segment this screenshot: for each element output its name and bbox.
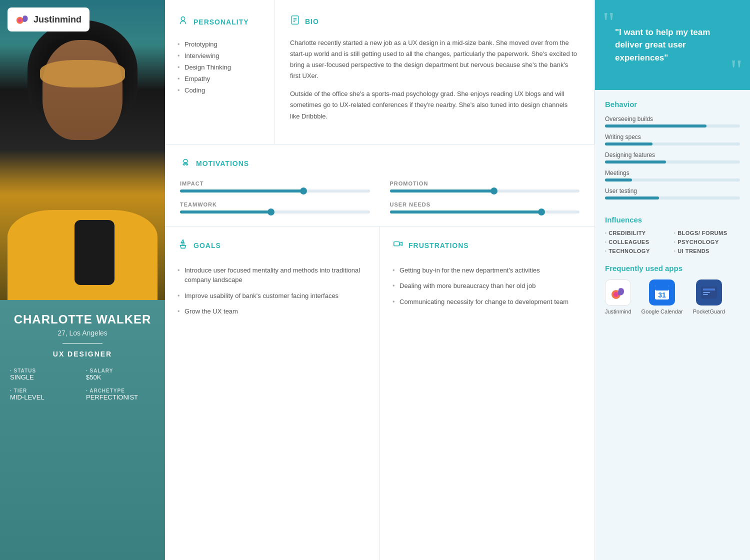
- motivation-teamwork-track: [180, 210, 370, 214]
- motivation-impact-track: [180, 190, 370, 192]
- left-panel-info: CHARLOTTE WALKER 27, Los Angeles UX DESI…: [0, 300, 165, 560]
- stat-status-value: SINGLE: [10, 374, 79, 381]
- justinmind-logo-icon: [16, 12, 30, 26]
- motivation-promotion-track: [390, 190, 580, 192]
- person-age-location: 27, Los Angeles: [10, 329, 155, 337]
- behavior-designing-track: [605, 160, 740, 164]
- app-pocketguard-name: PocketGuard: [693, 308, 725, 314]
- motivation-teamwork-dot: [268, 208, 274, 216]
- behavior-writing-track: [605, 142, 740, 146]
- personality-icon: [178, 15, 188, 28]
- frustrations-icon: [392, 239, 404, 252]
- behavior-overseeing-label: Overseeing builds: [605, 116, 740, 122]
- person-name: CHARLOTTE WALKER: [10, 312, 155, 326]
- svg-text:31: 31: [658, 291, 666, 299]
- motivation-impact: IMPACT: [180, 180, 370, 192]
- motivations-title: Motivations: [196, 160, 249, 168]
- trait-item: Coding: [178, 84, 262, 96]
- app-google-calendar-icon: 31: [649, 280, 675, 306]
- behavior-overseeing-fill: [605, 124, 706, 128]
- stat-tier-label: · TIER: [10, 388, 79, 394]
- bio-para-1: Charlotte recently started a new job as …: [290, 38, 579, 82]
- motivations-icon: [180, 157, 191, 170]
- motivation-user-needs-dot: [538, 208, 545, 216]
- right-content: Behavior Overseeing builds Writing specs…: [595, 90, 750, 560]
- svg-point-10: [614, 292, 618, 297]
- trait-item: Empathy: [178, 73, 262, 84]
- influence-colleagues: COLLEAGUES: [605, 239, 671, 245]
- behavior-user-testing-label: User testing: [605, 188, 740, 194]
- svg-rect-8: [394, 242, 400, 246]
- frustration-item-3: Communicating necessity for change to de…: [392, 294, 582, 310]
- app-google-calendar-name: Google Calendar: [642, 308, 683, 314]
- goal-item-2: Improve usability of bank's customer fac…: [178, 288, 367, 304]
- stat-status-label: · STATUS: [10, 368, 79, 374]
- influences-section: Influences CREDIBILITY BLOGS/ FORUMS COL…: [605, 216, 740, 254]
- stat-salary-label: · SALARY: [86, 368, 155, 374]
- quote-mark-left: ": [602, 8, 615, 38]
- app-google-calendar: 31 Google Calendar: [642, 280, 683, 314]
- svg-rect-16: [703, 292, 710, 293]
- motivation-promotion: PROMOTION: [390, 180, 580, 192]
- apps-title: Frequently used apps: [605, 264, 740, 272]
- behavior-overseeing-track: [605, 124, 740, 128]
- svg-point-2: [181, 17, 184, 20]
- goals-header: Goals: [178, 239, 367, 252]
- top-section: PERSONALITY Prototyping Interviewing Des…: [165, 0, 594, 144]
- behavior-overseeing: Overseeing builds: [605, 116, 740, 128]
- stat-salary-value: $50K: [86, 374, 155, 381]
- right-panel: " "I want to help my team deliver great …: [595, 0, 750, 560]
- behavior-user-testing-fill: [605, 196, 659, 200]
- motivation-teamwork-fill: [180, 210, 271, 214]
- goals-title: Goals: [194, 242, 221, 250]
- frustration-item-2: Dealing with more bureaucracy than her o…: [392, 278, 582, 294]
- behavior-writing: Writing specs: [605, 134, 740, 146]
- frustrations-list: Getting buy-in for the new department's …: [392, 262, 582, 310]
- behavior-meetings-fill: [605, 178, 632, 182]
- influence-credibility: CREDIBILITY: [605, 230, 671, 236]
- behavior-meetings-label: Meetings: [605, 170, 740, 176]
- influences-title: Influences: [605, 216, 740, 224]
- behavior-writing-fill: [605, 142, 652, 146]
- quote-text: "I want to help my team deliver great us…: [615, 26, 735, 64]
- logo-text: Justinmind: [34, 14, 82, 25]
- stats-grid: · STATUS SINGLE · SALARY $50K · TIER MID…: [10, 368, 155, 401]
- app-justinmind: Justinmind: [605, 280, 632, 314]
- behavior-designing: Designing features: [605, 152, 740, 164]
- motivation-impact-fill: [180, 190, 304, 192]
- motivation-promotion-dot: [490, 188, 498, 194]
- bio-icon: [290, 15, 300, 28]
- behavior-meetings: Meetings: [605, 170, 740, 182]
- bottom-section: Goals Introduce user focused mentality a…: [165, 226, 594, 560]
- stat-tier: · TIER MID-LEVEL: [10, 388, 79, 401]
- motivation-impact-dot: [300, 188, 307, 194]
- motivation-user-needs: USER NEEDS: [390, 202, 580, 214]
- motivation-teamwork: TEAMWORK: [180, 202, 370, 214]
- divider: [62, 343, 102, 344]
- behavior-writing-label: Writing specs: [605, 134, 740, 140]
- apps-grid: Justinmind 31 Google Calendar: [605, 280, 740, 314]
- app-pocketguard-icon: [696, 280, 722, 306]
- behavior-designing-label: Designing features: [605, 152, 740, 158]
- stat-archetype-value: PERFECTIONIST: [86, 394, 155, 401]
- influence-psychology: PSYCHOLOGY: [674, 239, 740, 245]
- personality-title: PERSONALITY: [194, 18, 249, 26]
- motivation-promotion-fill: [390, 190, 494, 192]
- main-container: Justinmind CHARLOTTE WALKER 27, Los Ange…: [0, 0, 750, 560]
- goal-item-1: Introduce user focused mentality and met…: [178, 262, 367, 288]
- stat-tier-value: MID-LEVEL: [10, 394, 79, 401]
- behavior-user-testing-track: [605, 196, 740, 200]
- bio-para-2: Outside of the office she's a sports-mad…: [290, 88, 579, 122]
- influence-blogs: BLOGS/ FORUMS: [674, 230, 740, 236]
- svg-rect-17: [703, 294, 708, 295]
- app-justinmind-name: Justinmind: [605, 308, 632, 314]
- bio-section: BIO Charlotte recently started a new job…: [275, 0, 594, 144]
- motivations-header: Motivations: [180, 157, 580, 170]
- goal-item-3: Grow the UX team: [178, 304, 367, 320]
- stat-archetype: · ARCHETYPE PERFECTIONIST: [86, 388, 155, 401]
- svg-rect-15: [703, 288, 715, 290]
- svg-rect-7: [182, 242, 184, 246]
- behavior-user-testing: User testing: [605, 188, 740, 200]
- app-justinmind-icon: [605, 280, 631, 306]
- bio-header: BIO: [290, 15, 579, 28]
